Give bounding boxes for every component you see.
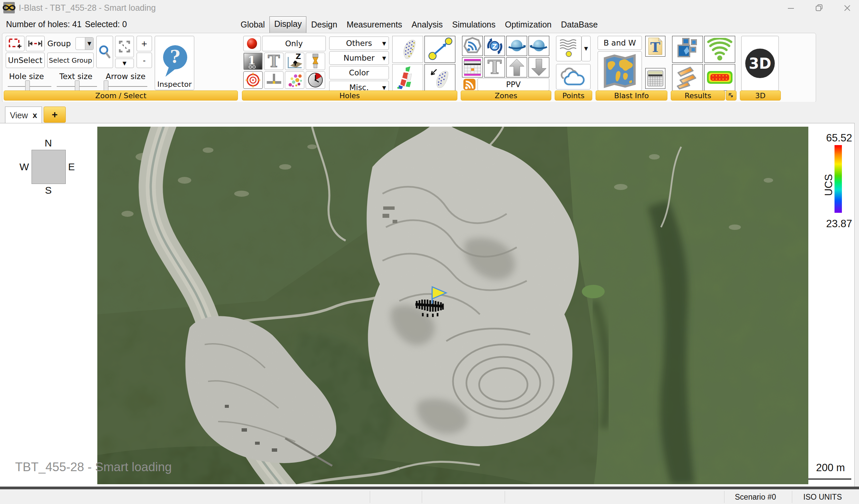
- points-clouds-button[interactable]: [556, 64, 590, 90]
- arrow-size-slider[interactable]: [104, 86, 147, 87]
- hole-charge-button[interactable]: [306, 52, 325, 70]
- zone-table-button[interactable]: [462, 57, 483, 77]
- pattern-view-button[interactable]: [392, 36, 423, 63]
- scalebar-line: [808, 478, 851, 479]
- group-label: Group: [47, 39, 71, 48]
- inspector-button[interactable]: ? Inspector: [155, 36, 194, 90]
- target-icon: [245, 72, 261, 88]
- b-and-w-button[interactable]: B and W: [598, 36, 642, 50]
- unselect-button[interactable]: UnSelect: [6, 52, 45, 68]
- inspector-label: Inspector: [157, 80, 192, 89]
- svg-text:T: T: [650, 39, 660, 55]
- legend-color-scale: [834, 145, 842, 213]
- points-dropdown[interactable]: ▼: [582, 36, 590, 61]
- select-group-button[interactable]: Select Group: [47, 52, 94, 68]
- open-3d-button[interactable]: 3D: [741, 36, 779, 91]
- stemming-icon: [266, 73, 282, 88]
- table-report-button[interactable]: [645, 68, 665, 89]
- results-energy-button[interactable]: [704, 64, 735, 91]
- zone-z-rotation-button[interactable]: Z: [484, 36, 505, 56]
- hole-elevation-button[interactable]: Z: [285, 52, 304, 70]
- charge-column-icon: [311, 53, 320, 69]
- bottom-divider: [0, 487, 859, 489]
- holes-section-label: Holes: [242, 91, 457, 100]
- tab-database[interactable]: DataBase: [556, 17, 603, 33]
- section-3d: 3D 3D: [739, 33, 782, 101]
- tab-design[interactable]: Design: [306, 17, 342, 33]
- select-rectangle-icon: [8, 37, 22, 50]
- text-icon: T: [267, 53, 281, 69]
- zone-signal-button[interactable]: [462, 36, 483, 56]
- map-button[interactable]: [598, 51, 642, 91]
- measure-distance-button[interactable]: [26, 36, 45, 51]
- results-vibration-button[interactable]: [704, 36, 735, 63]
- text-icon: T: [486, 58, 503, 76]
- zone-sphere-right-button[interactable]: [528, 36, 549, 56]
- hole-fragmentation-button[interactable]: [285, 72, 304, 89]
- points-contour-button[interactable]: [556, 36, 582, 61]
- title-document-button[interactable]: T: [645, 36, 665, 57]
- close-icon[interactable]: [840, 3, 855, 13]
- group-dropdown[interactable]: ▼: [75, 37, 94, 50]
- zoom-button[interactable]: [96, 36, 113, 68]
- chevron-down-icon: ▼: [122, 60, 126, 66]
- zones-view-button[interactable]: [392, 64, 423, 91]
- close-view-tab-button[interactable]: x: [32, 111, 37, 120]
- zone-down-button[interactable]: [528, 57, 549, 77]
- svg-text:T: T: [487, 58, 502, 76]
- compass-west: W: [19, 161, 29, 173]
- status-bar: Scenario #0 ISO UNITS: [0, 489, 859, 504]
- hole-text-button[interactable]: T: [264, 52, 284, 70]
- zoom-extents-button[interactable]: [115, 36, 134, 57]
- clouds-icon: [559, 67, 588, 86]
- status-divider: [422, 491, 422, 503]
- others-dropdown[interactable]: Others: [329, 36, 389, 50]
- select-rectangle-button[interactable]: [6, 36, 25, 51]
- tab-analysis[interactable]: Analysis: [407, 17, 447, 33]
- ppv-button[interactable]: PPV: [478, 78, 549, 91]
- zoom-in-button[interactable]: +: [137, 36, 152, 51]
- color-button[interactable]: Color: [329, 66, 389, 79]
- direction-arrow-button[interactable]: [424, 36, 455, 63]
- number-dropdown[interactable]: Number: [329, 51, 389, 65]
- results-fragmentation-button[interactable]: [672, 36, 703, 63]
- hole-dot-button[interactable]: [243, 36, 261, 51]
- hole-stemming-button[interactable]: [264, 72, 284, 89]
- zoom-extents-dropdown[interactable]: ▼: [115, 59, 134, 68]
- zone-text-button[interactable]: T: [484, 57, 505, 77]
- scenario-status: Scenario #0: [735, 493, 776, 502]
- calculator-grid-icon: [647, 70, 664, 87]
- tab-simulations[interactable]: Simulations: [448, 17, 500, 33]
- arrow-down-icon: [530, 58, 547, 76]
- results-muckpile-button[interactable]: [672, 64, 703, 91]
- tab-global[interactable]: Global: [236, 17, 269, 33]
- hole-number-button[interactable]: 1: [243, 52, 263, 70]
- 3d-icon: 3D: [744, 47, 776, 79]
- fragmentation-colors-icon: [286, 72, 303, 88]
- points-section-label: Points: [555, 91, 592, 100]
- tab-display[interactable]: Display: [269, 16, 306, 33]
- restore-button[interactable]: [811, 3, 827, 13]
- signal-heptagon-icon: [463, 37, 482, 55]
- add-view-tab-button[interactable]: +: [44, 107, 66, 123]
- results-expand-button[interactable]: [726, 91, 737, 100]
- zone-up-button[interactable]: [506, 57, 527, 77]
- only-button[interactable]: Only: [262, 36, 326, 51]
- map-canvas[interactable]: [97, 127, 808, 484]
- tab-optimization[interactable]: Optimization: [500, 17, 556, 33]
- hole-target-button[interactable]: [243, 72, 263, 89]
- zone-sphere-left-button[interactable]: [506, 36, 527, 56]
- sphere-rotate-right-icon: [529, 37, 548, 54]
- zoom-out-button[interactable]: -: [137, 52, 152, 68]
- compass-north: N: [45, 137, 52, 149]
- tab-measurements[interactable]: Measurements: [342, 17, 407, 33]
- ribbon-tabs: Global Display Design Measurements Analy…: [236, 16, 603, 33]
- sphere-rotate-left-icon: [507, 37, 526, 54]
- hole-pattern-icon: [396, 37, 420, 61]
- tab-view[interactable]: View x: [5, 107, 42, 124]
- hole-timing-button[interactable]: [306, 72, 325, 89]
- pattern-arrow-button[interactable]: [424, 64, 455, 91]
- svg-text:T: T: [268, 53, 280, 69]
- 3d-badge-text: 3D: [749, 55, 771, 72]
- minimize-button[interactable]: [783, 3, 799, 13]
